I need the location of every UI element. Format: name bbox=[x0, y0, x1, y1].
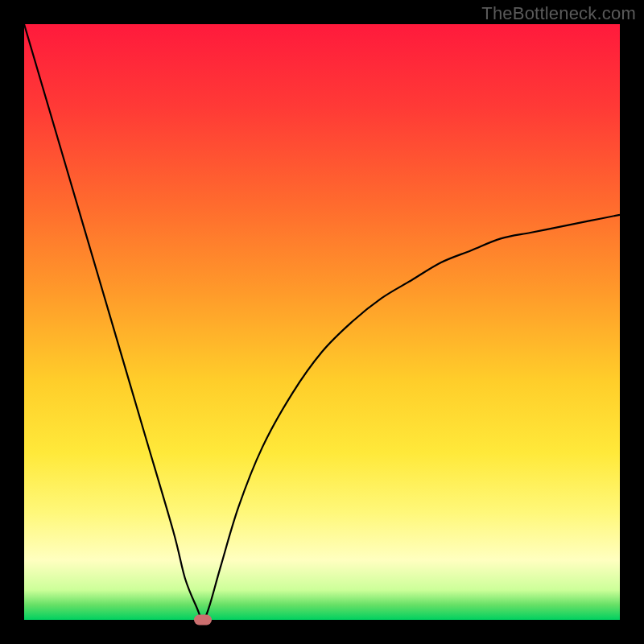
watermark-text: TheBottleneck.com bbox=[481, 3, 636, 24]
chart-frame: TheBottleneck.com bbox=[0, 0, 644, 644]
valley-marker bbox=[194, 615, 212, 625]
plot-area bbox=[24, 24, 620, 620]
bottleneck-curve bbox=[24, 24, 620, 620]
curve-svg bbox=[24, 24, 620, 620]
